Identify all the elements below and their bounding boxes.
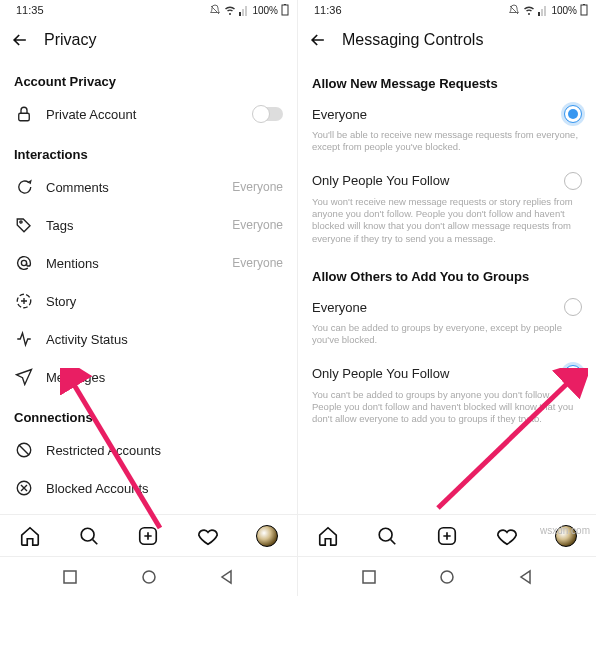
tab-new-post[interactable] (436, 525, 458, 547)
page-title: Messaging Controls (342, 31, 483, 49)
status-right: 100% (209, 4, 289, 16)
os-nav-bar (298, 556, 596, 596)
battery-icon (580, 4, 588, 16)
row-mentions[interactable]: Mentions Everyone (0, 244, 297, 282)
tab-search[interactable] (376, 525, 398, 547)
option-label: Only People You Follow (312, 366, 564, 381)
row-value: Everyone (232, 180, 283, 194)
tab-new-post[interactable] (137, 525, 159, 547)
story-icon (15, 292, 33, 310)
activity-icon (15, 330, 33, 348)
messaging-controls-screen: 11:36 100% Messaging Controls Allow New … (298, 0, 596, 596)
tab-home[interactable] (317, 525, 339, 547)
os-recent-icon[interactable] (62, 569, 78, 585)
messages-icon (15, 368, 33, 386)
row-story[interactable]: Story (0, 282, 297, 320)
row-label: Story (46, 294, 283, 309)
option-help: You can't be added to groups by anyone y… (298, 385, 596, 434)
row-value: Everyone (232, 218, 283, 232)
tab-activity[interactable] (496, 525, 518, 547)
row-restricted[interactable]: Restricted Accounts (0, 431, 297, 469)
wifi-icon (523, 4, 535, 16)
row-label: Private Account (46, 107, 253, 122)
row-label: Activity Status (46, 332, 283, 347)
status-bar: 11:35 100% (0, 0, 297, 20)
home-icon (19, 525, 41, 547)
option-groups-everyone[interactable]: Everyone (298, 288, 596, 318)
tab-search[interactable] (78, 525, 100, 547)
os-recent-icon[interactable] (361, 569, 377, 585)
radio-selected[interactable] (564, 105, 582, 123)
option-label: Everyone (312, 300, 564, 315)
row-value: Everyone (232, 256, 283, 270)
blocked-icon (15, 479, 33, 497)
svg-point-6 (20, 221, 22, 223)
row-private-account[interactable]: Private Account (0, 95, 297, 133)
plus-square-icon (436, 525, 458, 547)
row-comments[interactable]: Comments Everyone (0, 168, 297, 206)
option-requests-everyone[interactable]: Everyone (298, 95, 596, 125)
lock-icon (15, 105, 33, 123)
restricted-icon (15, 441, 33, 459)
heart-icon (496, 525, 518, 547)
svg-rect-4 (284, 4, 286, 5)
signal-icon (239, 4, 249, 16)
header: Privacy (0, 20, 297, 60)
status-right: 100% (508, 4, 588, 16)
option-help: You can be added to groups by everyone, … (298, 318, 596, 355)
battery-icon (281, 4, 289, 16)
tab-home[interactable] (19, 525, 41, 547)
svg-rect-5 (19, 113, 30, 121)
search-icon (78, 525, 100, 547)
row-activity-status[interactable]: Activity Status (0, 320, 297, 358)
svg-rect-20 (544, 6, 546, 16)
svg-rect-21 (581, 5, 587, 15)
row-tags[interactable]: Tags Everyone (0, 206, 297, 244)
os-back-icon[interactable] (518, 569, 534, 585)
svg-point-16 (143, 571, 155, 583)
radio-selected[interactable] (564, 365, 582, 383)
svg-rect-25 (363, 571, 375, 583)
page-title: Privacy (44, 31, 96, 49)
section-interactions: Interactions (0, 133, 297, 168)
svg-rect-3 (282, 5, 288, 15)
svg-point-7 (21, 260, 26, 265)
avatar-icon (256, 525, 278, 547)
row-label: Restricted Accounts (46, 443, 283, 458)
section-connections: Connections (0, 396, 297, 431)
svg-rect-1 (242, 9, 244, 16)
row-muted[interactable]: Muted Accounts (0, 507, 297, 514)
messaging-content: Allow New Message Requests Everyone You'… (298, 60, 596, 514)
tab-profile[interactable] (256, 525, 278, 547)
row-label: Mentions (46, 256, 232, 271)
section-allow-groups: Allow Others to Add You to Groups (298, 253, 596, 288)
svg-rect-0 (239, 12, 241, 16)
status-time: 11:36 (314, 4, 342, 16)
privacy-content: Account Privacy Private Account Interact… (0, 60, 297, 514)
plus-square-icon (137, 525, 159, 547)
privacy-screen: 11:35 100% Privacy Account Privacy Priva… (0, 0, 298, 596)
option-groups-following[interactable]: Only People You Follow (298, 355, 596, 385)
back-icon[interactable] (10, 30, 30, 50)
radio-unselected[interactable] (564, 172, 582, 190)
section-account-privacy: Account Privacy (0, 60, 297, 95)
option-label: Only People You Follow (312, 173, 564, 188)
watermark: wsxdn.com (540, 525, 590, 536)
svg-rect-19 (541, 9, 543, 16)
os-home-icon[interactable] (141, 569, 157, 585)
os-back-icon[interactable] (219, 569, 235, 585)
radio-unselected[interactable] (564, 298, 582, 316)
os-home-icon[interactable] (439, 569, 455, 585)
tab-activity[interactable] (197, 525, 219, 547)
row-blocked[interactable]: Blocked Accounts (0, 469, 297, 507)
option-requests-following[interactable]: Only People You Follow (298, 162, 596, 192)
comment-icon (15, 178, 33, 196)
private-account-toggle[interactable] (253, 107, 283, 121)
svg-rect-22 (583, 4, 585, 5)
bottom-tab-bar (0, 514, 297, 556)
row-messages[interactable]: Messages (0, 358, 297, 396)
status-bar: 11:36 100% (298, 0, 596, 20)
back-icon[interactable] (308, 30, 328, 50)
signal-icon (538, 4, 548, 16)
row-label: Comments (46, 180, 232, 195)
